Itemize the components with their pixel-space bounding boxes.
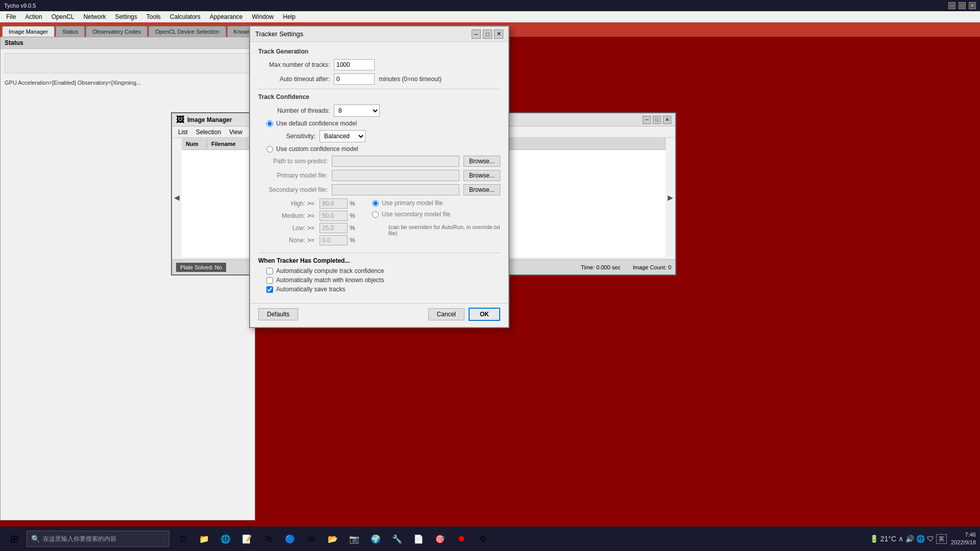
browse-svm-button[interactable]: Browse... [463,156,500,167]
sensitivity-select[interactable]: Balanced Low High [320,130,365,142]
title-bar: Tycho v9.0.5 ─ □ ✕ [0,0,980,11]
tab-observatory-codes[interactable]: Observatory Codes [86,26,148,37]
maximize-button[interactable]: □ [959,2,966,9]
browser-icon2[interactable]: 🔵 [281,530,299,548]
win-menu-selection[interactable]: Selection [192,128,225,137]
task-view-icon[interactable]: ⊡ [174,530,192,548]
tab-opencl[interactable]: OpenCL Device Selection [149,26,226,37]
antivirus-icon[interactable]: 🛡 [927,535,934,543]
high-input [320,198,348,209]
scroll-left[interactable]: ◀ [172,138,182,257]
win-close[interactable]: ✕ [663,116,671,124]
auto-timeout-suffix: minutes (0=no timeout) [379,76,442,83]
app-icon3[interactable]: ⚙ [474,530,492,548]
menu-network[interactable]: Network [79,12,110,21]
menu-calculators[interactable]: Calculators [166,12,205,21]
sys-tray: 🔋 21°C ∧ 🔊 🌐 🛡 英 [870,534,947,544]
auto-timeout-input[interactable] [334,73,375,85]
mail-icon[interactable]: ✉ [302,530,321,548]
browse-primary-button[interactable]: Browse... [463,170,500,181]
use-primary-radio[interactable] [372,200,379,207]
path-svm-row: Path to svm-predict: Browse... [266,156,500,167]
rec-icon[interactable]: ⏺ [452,530,471,548]
menu-appearance[interactable]: Appearance [206,12,247,21]
low-input [320,223,348,233]
menu-help[interactable]: Help [279,12,300,21]
menu-window[interactable]: Window [248,12,278,21]
dialog-close[interactable]: ✕ [494,30,503,39]
dialog-footer: Defaults Cancel OK [250,303,508,327]
gpu-info: GPU Acceleration=[Enabled] Observatory=[… [1,78,255,88]
ok-button[interactable]: OK [469,308,500,321]
network-icon[interactable]: 🌐 [916,535,925,543]
low-pct: % [350,224,357,232]
cancel-button[interactable]: Cancel [428,308,464,320]
auto-match-row: Automatically match with known objects [266,277,500,284]
search-text: 在这里输入你要搜索的内容 [43,535,116,543]
auto-match-checkbox[interactable] [266,277,273,284]
use-default-radio[interactable] [266,120,273,127]
auto-match-label[interactable]: Automatically match with known objects [276,277,384,284]
audio-icon[interactable]: 🔊 [905,535,914,543]
dialog-maximize[interactable]: □ [483,30,492,39]
app-icon1[interactable]: 🔧 [388,530,406,548]
menu-file[interactable]: File [2,12,20,21]
notes-icon[interactable]: 📝 [238,530,256,548]
app-icon2[interactable]: 🎯 [431,530,449,548]
secondary-model-input [332,184,459,195]
auto-save-checkbox[interactable] [266,286,273,293]
dialog-content: Track Generation Max number of tracks: A… [250,42,508,301]
tab-image-manager[interactable]: Image Manager [2,26,55,37]
confidence-section: Track Confidence Number of threads: 8 1 … [258,89,500,247]
folder-icon2[interactable]: 📂 [324,530,342,548]
path-svm-label: Path to svm-predict: [266,158,328,165]
start-button[interactable]: ⊞ [4,529,24,549]
threads-select[interactable]: 8 1 2 4 16 [334,105,380,117]
use-primary-label[interactable]: Use primary model file [382,199,443,207]
camera-icon[interactable]: 📷 [345,530,363,548]
use-secondary-radio[interactable] [372,211,379,218]
menu-action[interactable]: Action [21,12,46,21]
pdf-icon[interactable]: 📄 [409,530,428,548]
use-custom-label[interactable]: Use custom confidence model [276,145,358,153]
when-completed-section: When Tracker Has Completed... Automatica… [258,253,500,293]
taskbar: ⊞ 🔍 在这里输入你要搜索的内容 ⊡ 📁 🌐 📝 🛍 🔵 ✉ 📂 📷 🌍 🔧 📄… [0,527,980,551]
menu-tools[interactable]: Tools [142,12,165,21]
close-button[interactable]: ✕ [969,2,976,9]
tray-chevron[interactable]: ∧ [898,535,903,543]
max-tracks-input[interactable] [334,59,375,70]
store-icon[interactable]: 🛍 [259,530,278,548]
taskbar-clock[interactable]: 7:46 2022/9/18 [951,531,976,547]
win-menu-view[interactable]: View [225,128,247,137]
scroll-right[interactable]: ▶ [666,138,675,257]
auto-confidence-label[interactable]: Automatically compute track confidence [276,267,384,274]
win-menu-list[interactable]: List [174,128,192,137]
use-default-label[interactable]: Use default confidence model [276,120,357,127]
status-panel: Status GPU Acceleration=[Enabled] Observ… [0,37,255,520]
dialog-minimize[interactable]: ─ [472,30,481,39]
edge-icon[interactable]: 🌐 [216,530,235,548]
medium-threshold-row: Medium: >= % [275,211,357,221]
time-info: Time: 0.000 sec [581,264,621,270]
secondary-model-row: Secondary model file: Browse... [266,184,500,195]
browse-secondary-button[interactable]: Browse... [463,184,500,195]
win-minimize[interactable]: ─ [643,116,651,124]
win-maximize[interactable]: □ [653,116,661,124]
tab-status[interactable]: Status [56,26,85,37]
win-controls: ─ □ ✕ [643,116,671,124]
taskbar-search[interactable]: 🔍 在这里输入你要搜索的内容 [27,531,169,547]
auto-confidence-checkbox[interactable] [266,268,273,274]
taskbar-icons: ⊡ 📁 🌐 📝 🛍 🔵 ✉ 📂 📷 🌍 🔧 📄 🎯 ⏺ ⚙ [174,530,492,548]
lang-indicator[interactable]: 英 [936,534,947,544]
path-svm-input [332,156,459,167]
file-explorer-icon[interactable]: 📁 [195,530,213,548]
auto-save-label[interactable]: Automatically save tracks [276,286,345,293]
ie-icon[interactable]: 🌍 [366,530,385,548]
plate-solved-status: Plate Solved: No [176,263,226,272]
menu-settings[interactable]: Settings [111,12,141,21]
defaults-button[interactable]: Defaults [258,308,298,320]
use-custom-radio[interactable] [266,146,273,153]
menu-opencl[interactable]: OpenCL [47,12,79,21]
use-secondary-label[interactable]: Use secondary model file [382,211,451,218]
minimize-button[interactable]: ─ [948,2,955,9]
